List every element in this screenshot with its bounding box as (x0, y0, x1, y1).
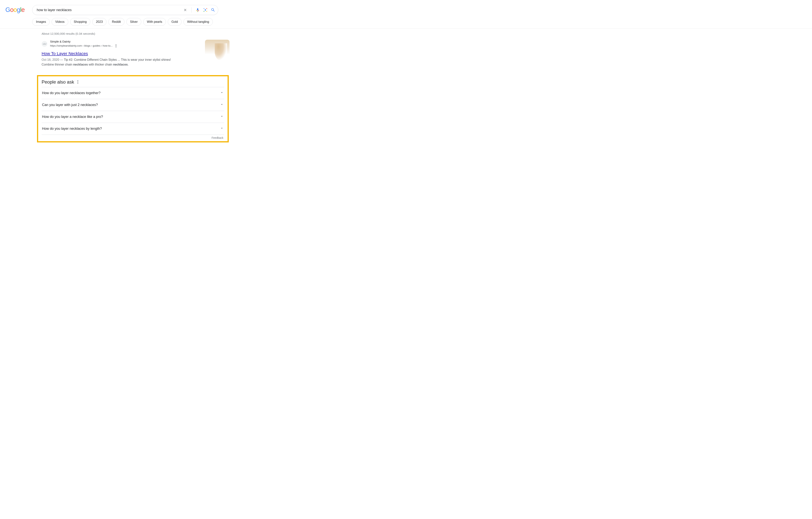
result-breadcrumb: https://simpleanddainty.com › blogs › gu… (50, 44, 113, 48)
clear-icon[interactable] (183, 8, 187, 12)
search-input[interactable] (37, 8, 183, 12)
result-date: Oct 16, 2020 (41, 58, 59, 61)
voice-search-icon[interactable] (195, 8, 200, 12)
result-title-link[interactable]: How To Layer Necklaces (41, 51, 88, 56)
paa-question[interactable]: How do you layer necklaces together? (41, 87, 224, 99)
result-thumbnail[interactable] (205, 40, 230, 64)
result-snippet: Oct 16, 2020 — Tip #2: Combine Different… (41, 57, 180, 67)
result-favicon: s&d (41, 41, 47, 47)
search-header: Google Images Videos (0, 0, 812, 28)
chevron-down-icon (220, 102, 224, 107)
people-also-ask-box: People also ask How do you layer necklac… (37, 75, 229, 143)
chevron-down-icon (220, 115, 224, 119)
paa-question[interactable]: Can you layer with just 2 necklaces? (41, 99, 224, 111)
filter-chip-with-pearls[interactable]: With pearls (143, 18, 166, 26)
search-bar (32, 5, 218, 15)
results-area: About 12,500,000 results (0.34 seconds) … (41, 29, 230, 143)
lens-search-icon[interactable] (203, 8, 208, 12)
paa-more-icon[interactable] (77, 80, 79, 84)
filter-chip-gold[interactable]: Gold (168, 18, 181, 26)
paa-question-text: How do you layer necklaces by length? (42, 127, 102, 131)
filter-chips-row: Images Videos Shopping 2023 Reddit Silve… (32, 18, 218, 28)
search-actions-divider (191, 7, 192, 13)
search-icon[interactable] (211, 8, 215, 12)
filter-chip-without-tangling[interactable]: Without tangling (183, 18, 213, 26)
google-logo[interactable]: Google (5, 6, 25, 13)
paa-title: People also ask (41, 79, 74, 85)
paa-feedback-link[interactable]: Feedback (41, 135, 224, 140)
filter-chip-reddit[interactable]: Reddit (108, 18, 124, 26)
result-site-name: Simple & Dainty (50, 40, 117, 43)
result-stats: About 12,500,000 results (0.34 seconds) (41, 32, 230, 35)
filter-chip-2023[interactable]: 2023 (92, 18, 107, 26)
paa-question-text: How do you layer necklaces together? (42, 91, 100, 95)
filter-chip-shopping[interactable]: Shopping (70, 18, 90, 26)
paa-question-text: Can you layer with just 2 necklaces? (42, 103, 98, 107)
search-result: s&d Simple & Dainty https://simpleanddai… (41, 40, 230, 67)
paa-question[interactable]: How do you layer a necklace like a pro? (41, 111, 224, 123)
filter-chip-videos[interactable]: Videos (52, 18, 68, 26)
chevron-down-icon (220, 126, 224, 131)
svg-point-0 (205, 9, 206, 10)
chevron-down-icon (220, 91, 224, 95)
paa-question-text: How do you layer a necklace like a pro? (42, 115, 103, 119)
paa-question[interactable]: How do you layer necklaces by length? (41, 123, 224, 135)
filter-chip-silver[interactable]: Silver (126, 18, 141, 26)
filter-chip-images[interactable]: Images (32, 18, 50, 26)
result-more-icon[interactable] (115, 43, 117, 48)
